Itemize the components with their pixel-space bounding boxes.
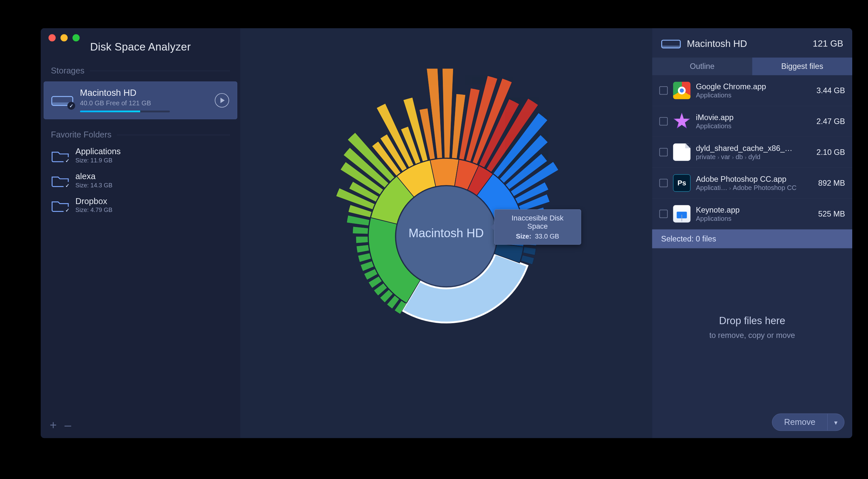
file-info: Adobe Photoshop CC.app Applicati…›Adobe … bbox=[696, 174, 813, 192]
favorite-name: Applications bbox=[75, 147, 121, 156]
check-badge-icon bbox=[63, 157, 71, 165]
folder-icon bbox=[51, 172, 70, 188]
file-list: Google Chrome.app Applications 3.44 GB i… bbox=[652, 75, 852, 229]
tab-outline[interactable]: Outline bbox=[652, 57, 752, 75]
app-window: Disk Space Analyzer Storages Macintosh H… bbox=[41, 28, 852, 438]
add-favorite-button[interactable]: + bbox=[50, 419, 57, 431]
file-size: 2.47 GB bbox=[816, 117, 845, 126]
svg-rect-4 bbox=[662, 45, 681, 48]
sidebar-footer: + – bbox=[41, 412, 240, 438]
divider bbox=[117, 134, 230, 135]
file-info: dyld_shared_cache_x86_… private›var›db›d… bbox=[696, 144, 811, 161]
folder-icon bbox=[51, 197, 70, 213]
folder-icon bbox=[51, 148, 70, 163]
favorite-text: Dropbox Size: 4.79 GB bbox=[75, 196, 113, 214]
right-panel: Macintosh HD 121 GB Outline Biggest file… bbox=[652, 28, 852, 438]
drop-zone-subtitle: to remove, copy or move bbox=[709, 331, 795, 340]
file-row[interactable]: Ps Adobe Photoshop CC.app Applicati…›Ado… bbox=[652, 168, 852, 198]
sunburst-chart[interactable]: Macintosh HD Inaccesible Disk Space Size… bbox=[311, 69, 581, 398]
tooltip-size-value: 33.0 GB bbox=[535, 232, 559, 240]
keynote-icon bbox=[673, 205, 690, 222]
scan-button[interactable] bbox=[215, 93, 229, 107]
disk-icon bbox=[51, 92, 73, 107]
file-row[interactable]: Keynote.app Applications 525 MB bbox=[652, 198, 852, 229]
file-checkbox[interactable] bbox=[659, 210, 668, 218]
file-checkbox[interactable] bbox=[659, 86, 668, 95]
remove-favorite-button[interactable]: – bbox=[64, 419, 71, 431]
file-path: Applications bbox=[696, 91, 804, 99]
favorite-size: Size: 11.9 GB bbox=[75, 157, 121, 164]
tab-biggest-files[interactable]: Biggest files bbox=[752, 57, 852, 75]
right-disk-size: 121 GB bbox=[813, 38, 843, 49]
svg-point-2 bbox=[395, 185, 497, 287]
favorite-name: Dropbox bbox=[75, 196, 113, 206]
file-icon bbox=[673, 143, 690, 161]
chart-area: Macintosh HD Inaccesible Disk Space Size… bbox=[240, 28, 652, 438]
favorite-folder-item[interactable]: Applications Size: 11.9 GB bbox=[41, 144, 240, 169]
fullscreen-window-button[interactable] bbox=[72, 34, 80, 41]
sidebar: Disk Space Analyzer Storages Macintosh H… bbox=[41, 28, 240, 438]
file-info: iMovie.app Applications bbox=[696, 113, 811, 130]
file-size: 892 MB bbox=[818, 179, 845, 188]
file-checkbox[interactable] bbox=[659, 179, 668, 187]
chart-tooltip: Inaccesible Disk Space Size: 33.0 GB bbox=[494, 209, 581, 245]
check-badge-icon bbox=[63, 182, 71, 190]
close-window-button[interactable] bbox=[49, 34, 56, 41]
drop-zone-title: Drop files here bbox=[719, 315, 785, 326]
right-footer: Remove bbox=[652, 407, 852, 438]
favorites-label-text: Favorite Folders bbox=[51, 130, 112, 139]
drop-zone[interactable]: Drop files here to remove, copy or move bbox=[652, 248, 852, 407]
storage-item-macintosh-hd[interactable]: Macintosh HD 40.0 GB Free of 121 GB bbox=[44, 82, 237, 119]
file-path: Applicati…›Adobe Photoshop CC bbox=[696, 184, 804, 192]
favorites-list: Applications Size: 11.9 GB alexa Size: 1… bbox=[41, 144, 240, 218]
storage-subtitle: 40.0 GB Free of 121 GB bbox=[80, 99, 170, 107]
right-header: Macintosh HD 121 GB bbox=[652, 28, 852, 57]
favorites-section-label: Favorite Folders bbox=[41, 126, 240, 144]
remove-button[interactable]: Remove bbox=[772, 413, 844, 431]
file-name: Adobe Photoshop CC.app bbox=[696, 174, 801, 184]
file-size: 3.44 GB bbox=[816, 86, 845, 95]
storage-text: Macintosh HD 40.0 GB Free of 121 GB bbox=[80, 88, 170, 113]
favorite-folder-item[interactable]: alexa Size: 14.3 GB bbox=[41, 169, 240, 194]
file-name: iMovie.app bbox=[696, 113, 801, 122]
file-name: Google Chrome.app bbox=[696, 82, 801, 91]
file-name: Keynote.app bbox=[696, 205, 801, 215]
imovie-icon bbox=[673, 113, 690, 130]
tooltip-size-prefix: Size: bbox=[516, 232, 531, 240]
tabs: Outline Biggest files bbox=[652, 57, 852, 75]
check-badge-icon bbox=[63, 206, 71, 214]
file-row[interactable]: iMovie.app Applications 2.47 GB bbox=[652, 106, 852, 137]
favorite-size: Size: 14.3 GB bbox=[75, 182, 113, 189]
favorite-folder-item[interactable]: Dropbox Size: 4.79 GB bbox=[41, 194, 240, 219]
file-row[interactable]: dyld_shared_cache_x86_… private›var›db›d… bbox=[652, 137, 852, 168]
tooltip-title: Inaccesible Disk Space bbox=[501, 214, 574, 230]
storage-usage-fill bbox=[80, 110, 140, 112]
favorite-name: alexa bbox=[75, 171, 113, 181]
selected-count-bar: Selected: 0 files bbox=[652, 229, 852, 248]
right-disk-name: Macintosh HD bbox=[687, 38, 807, 49]
chrome-icon bbox=[673, 82, 690, 99]
file-checkbox[interactable] bbox=[659, 117, 668, 126]
minimize-window-button[interactable] bbox=[60, 34, 68, 41]
storage-usage-bar bbox=[80, 110, 170, 112]
remove-button-label: Remove bbox=[772, 414, 827, 430]
favorite-text: alexa Size: 14.3 GB bbox=[75, 171, 113, 189]
file-checkbox[interactable] bbox=[659, 148, 668, 157]
disk-icon bbox=[661, 37, 681, 51]
favorite-size: Size: 4.79 GB bbox=[75, 207, 113, 214]
file-size: 2.10 GB bbox=[816, 148, 845, 157]
file-path: Applications bbox=[696, 215, 804, 222]
divider bbox=[90, 70, 230, 71]
file-path: Applications bbox=[696, 122, 804, 130]
favorite-text: Applications Size: 11.9 GB bbox=[75, 147, 121, 164]
storages-section-label: Storages bbox=[41, 62, 240, 80]
check-badge-icon bbox=[67, 102, 75, 109]
tooltip-size: Size: 33.0 GB bbox=[501, 232, 574, 240]
ps-icon: Ps bbox=[673, 174, 690, 192]
remove-button-dropdown[interactable] bbox=[827, 414, 844, 430]
storage-name: Macintosh HD bbox=[80, 88, 170, 98]
file-name: dyld_shared_cache_x86_… bbox=[696, 144, 801, 153]
file-row[interactable]: Google Chrome.app Applications 3.44 GB bbox=[652, 75, 852, 106]
file-info: Google Chrome.app Applications bbox=[696, 82, 811, 99]
file-path: private›var›db›dyld bbox=[696, 153, 804, 161]
